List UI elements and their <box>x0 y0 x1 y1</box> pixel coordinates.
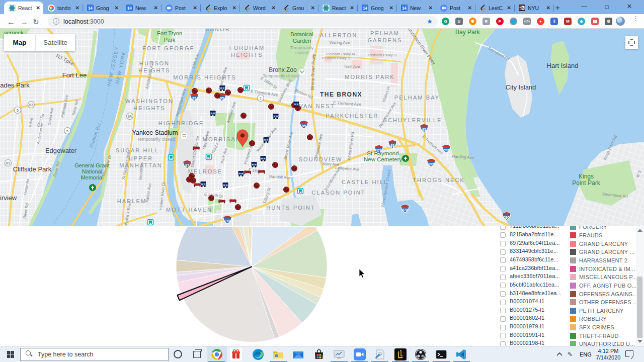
svg-text:5: 5 <box>66 129 68 133</box>
svg-text:Story Ave: Story Ave <box>322 161 340 167</box>
svg-text:Garden: Garden <box>293 38 311 44</box>
svg-text:Park: Park <box>164 37 176 43</box>
svg-text:95: 95 <box>192 97 196 100</box>
svg-text:695: 695 <box>443 148 449 152</box>
svg-text:PELHAM: PELHAM <box>370 30 399 36</box>
svg-text:City Island: City Island <box>506 83 536 91</box>
svg-text:Fort Tryon: Fort Tryon <box>157 30 182 36</box>
svg-text:Temporarily closed: Temporarily closed <box>137 137 175 142</box>
svg-text:PARKCHESTER: PARKCHESTER <box>326 113 379 119</box>
svg-text:Pelham Pkwy S: Pelham Pkwy S <box>322 56 350 60</box>
svg-text:14: 14 <box>127 6 132 11</box>
svg-text:Bay Park: Bay Park <box>455 29 480 36</box>
svg-text:closed: closed <box>295 50 308 55</box>
svg-text:THE BRONX: THE BRONX <box>320 91 362 98</box>
svg-text:Temporarily closed: Temporarily closed <box>263 73 299 78</box>
svg-text:HEIGHTS: HEIGHTS <box>133 105 166 111</box>
svg-text:CASTLE HILL: CASTLE HILL <box>342 179 388 185</box>
svg-text:CLASON POINT: CLASON POINT <box>311 190 365 196</box>
svg-text:HUNTS POINT: HUNTS POINT <box>266 205 315 211</box>
svg-text:Fort Lee: Fort Lee <box>62 71 87 79</box>
svg-text:Waring Ave: Waring Ave <box>330 40 350 45</box>
svg-text:UPPER: UPPER <box>129 155 153 161</box>
svg-text:278: 278 <box>224 219 230 223</box>
svg-text:295: 295 <box>504 216 510 219</box>
svg-text:HEIGHTS: HEIGHTS <box>138 67 171 73</box>
svg-text:Hart Island: Hart Island <box>547 62 579 69</box>
svg-text:Neill Ave: Neill Ave <box>345 64 361 69</box>
svg-text:95: 95 <box>422 128 426 131</box>
svg-text:Pelham Pkwy S: Pelham Pkwy S <box>368 53 396 57</box>
svg-text:95: 95 <box>302 124 306 128</box>
svg-text:Edgewater: Edgewater <box>45 147 77 154</box>
svg-text:14: 14 <box>363 6 367 11</box>
svg-text:95: 95 <box>390 144 394 147</box>
svg-text:VAN NEST: VAN NEST <box>299 103 335 109</box>
svg-text:FORDHAM: FORDHAM <box>229 45 265 51</box>
svg-text:295: 295 <box>428 162 434 166</box>
svg-text:63: 63 <box>6 161 10 165</box>
svg-text:95: 95 <box>220 97 224 100</box>
svg-text:Yankee Stadium: Yankee Stadium <box>132 129 178 136</box>
svg-text:HEIGHTS: HEIGHTS <box>231 52 263 58</box>
svg-text:SCHUYLERVILLE: SCHUYLERVILLE <box>383 117 442 123</box>
svg-text:Point Park: Point Park <box>572 179 600 187</box>
svg-text:PELHAM BAY: PELHAM BAY <box>394 95 440 101</box>
svg-text:New Cemetery: New Cemetery <box>364 156 402 162</box>
svg-text:14: 14 <box>402 6 407 11</box>
svg-text:Botanical: Botanical <box>290 31 313 37</box>
svg-text:National: National <box>82 168 102 174</box>
svg-text:FORT GEORGE: FORT GEORGE <box>142 45 195 51</box>
svg-text:MANOR: MANOR <box>204 29 230 32</box>
svg-text:THROGS NECK: THROGS NECK <box>413 177 465 183</box>
svg-text:Palisades Park: Palisades Park <box>0 81 30 89</box>
svg-text:63: 63 <box>29 103 33 107</box>
svg-text:Memorial: Memorial <box>80 174 103 180</box>
svg-text:9A: 9A <box>128 115 132 118</box>
svg-text:SUGAR HILL: SUGAR HILL <box>116 147 159 153</box>
svg-text:SOUNDVIEW: SOUNDVIEW <box>299 156 343 162</box>
svg-text:678: 678 <box>402 208 408 212</box>
svg-text:GARDENS: GARDENS <box>367 37 402 43</box>
svg-text:WASHINGTON: WASHINGTON <box>125 98 174 104</box>
svg-text:MORRIS HEIGHTS: MORRIS HEIGHTS <box>173 74 236 80</box>
svg-text:Kings: Kings <box>579 173 594 180</box>
svg-text:Bronx Zoo: Bronx Zoo <box>269 66 297 73</box>
svg-text:HIGHBRIDGE: HIGHBRIDGE <box>158 120 204 126</box>
svg-text:Cliffside Park: Cliffside Park <box>13 165 52 173</box>
svg-text:MORRIS PARK: MORRIS PARK <box>345 74 394 80</box>
svg-text:ALLERTON: ALLERTON <box>320 32 357 38</box>
svg-text:St Raymond: St Raymond <box>367 150 398 156</box>
svg-text:MOTT HAVEN: MOTT HAVEN <box>166 207 212 213</box>
svg-text:Temporarily: Temporarily <box>290 45 314 50</box>
svg-text:14: 14 <box>88 6 93 11</box>
svg-text:1: 1 <box>260 97 262 100</box>
svg-text:irview: irview <box>0 194 17 202</box>
svg-text:87: 87 <box>185 164 189 167</box>
svg-text:5: 5 <box>17 109 19 112</box>
